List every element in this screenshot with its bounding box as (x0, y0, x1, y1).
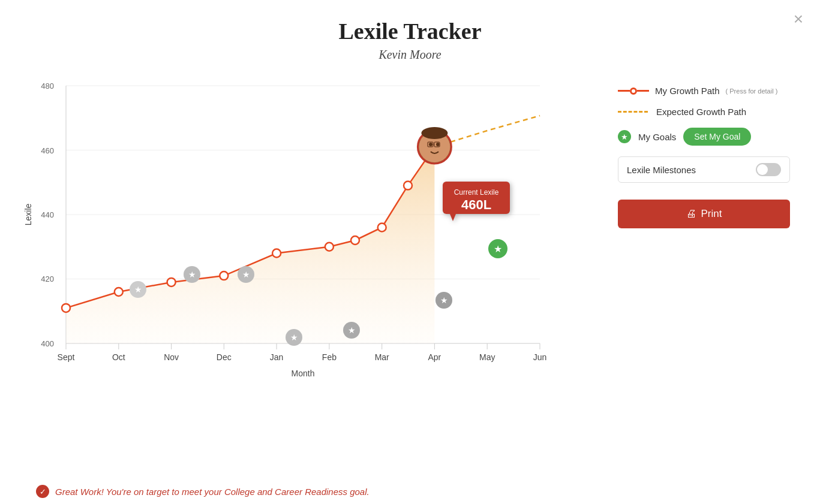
avatar-eye-right (436, 143, 440, 146)
goals-label: My Goals (638, 132, 676, 142)
milestone-star-5: ★ (348, 325, 356, 335)
data-point-feb[interactable] (325, 243, 334, 251)
y-label-460: 460 (41, 146, 54, 155)
x-label-oct: Oct (112, 352, 125, 362)
x-label-jun: Jun (533, 352, 547, 362)
y-label-440: 440 (41, 210, 54, 219)
status-check-icon: ✓ (36, 485, 49, 498)
avatar-hair (421, 127, 447, 139)
x-label-sept: Sept (58, 352, 75, 362)
milestone-star-4: ★ (290, 333, 298, 342)
expected-path-label: Expected Growth Path (656, 107, 746, 117)
printer-icon: 🖨 (686, 208, 696, 220)
current-lexile-value: 460L (461, 197, 491, 212)
milestone-star-6: ★ (440, 295, 448, 305)
data-point-dec[interactable] (220, 271, 228, 280)
y-axis-title: Lexile (23, 204, 33, 226)
data-point-nov[interactable] (167, 278, 176, 286)
chart-container: 400 420 440 460 480 Lexile (18, 68, 594, 379)
page-title: Lexile Tracker (338, 18, 481, 44)
close-button[interactable]: × (794, 11, 803, 28)
svg-marker-17 (450, 214, 456, 221)
milestone-star-3: ★ (242, 270, 250, 279)
print-label: Print (701, 208, 722, 220)
milestone-star-2: ★ (188, 270, 196, 279)
chart-fill-area (66, 147, 434, 343)
x-label-dec: Dec (217, 352, 232, 362)
x-label-jan: Jan (270, 352, 284, 362)
growth-path-line-icon (618, 87, 649, 95)
data-point-mar[interactable] (378, 224, 386, 232)
goals-star-icon: ★ (618, 130, 631, 143)
modal-container: × Lexile Tracker Kevin Moore (0, 0, 820, 504)
milestones-label: Lexile Milestones (627, 165, 696, 175)
legend-growth-path: My Growth Path ( Press for detail ) (618, 86, 790, 96)
legend-expected-path: Expected Growth Path (618, 107, 790, 117)
data-point-jan[interactable] (272, 249, 281, 258)
milestones-toggle[interactable] (756, 163, 781, 176)
data-point-oct[interactable] (115, 288, 123, 296)
x-label-nov: Nov (164, 352, 179, 362)
goal-star-green: ★ (494, 244, 502, 254)
y-label-480: 480 (41, 82, 54, 90)
x-axis-title: Month (292, 369, 315, 378)
status-message: Great Work! You're on target to meet you… (55, 487, 370, 497)
chart-svg: 400 420 440 460 480 Lexile (18, 68, 594, 379)
milestones-row: Lexile Milestones (618, 156, 790, 183)
data-point-feb-mar[interactable] (351, 236, 359, 245)
set-goal-button[interactable]: Set My Goal (683, 128, 751, 146)
legend-goals-row: ★ My Goals Set My Goal (618, 128, 790, 146)
status-bar: ✓ Great Work! You're on target to meet y… (0, 479, 820, 504)
current-lexile-label: Current Lexile (454, 188, 499, 197)
milestone-star-1: ★ (134, 285, 142, 294)
student-name: Kevin Moore (379, 48, 441, 62)
data-point-mar-apr[interactable] (404, 182, 412, 190)
print-button[interactable]: 🖨 Print (618, 200, 790, 228)
main-area: 400 420 440 460 480 Lexile (0, 62, 820, 479)
legend-panel: My Growth Path ( Press for detail ) Expe… (594, 68, 802, 228)
x-label-feb: Feb (322, 352, 337, 362)
x-label-may: May (479, 352, 495, 362)
x-label-mar: Mar (375, 352, 389, 362)
current-lexile-tooltip: Current Lexile 460L (443, 182, 510, 221)
expected-path-line-icon (618, 111, 648, 113)
data-point-sept[interactable] (62, 304, 70, 312)
avatar-eye-left (429, 143, 432, 146)
y-label-400: 400 (41, 339, 54, 348)
x-label-apr: Apr (428, 352, 441, 362)
growth-path-label: My Growth Path (655, 86, 720, 96)
y-label-420: 420 (41, 274, 54, 283)
growth-path-detail: ( Press for detail ) (726, 87, 778, 95)
